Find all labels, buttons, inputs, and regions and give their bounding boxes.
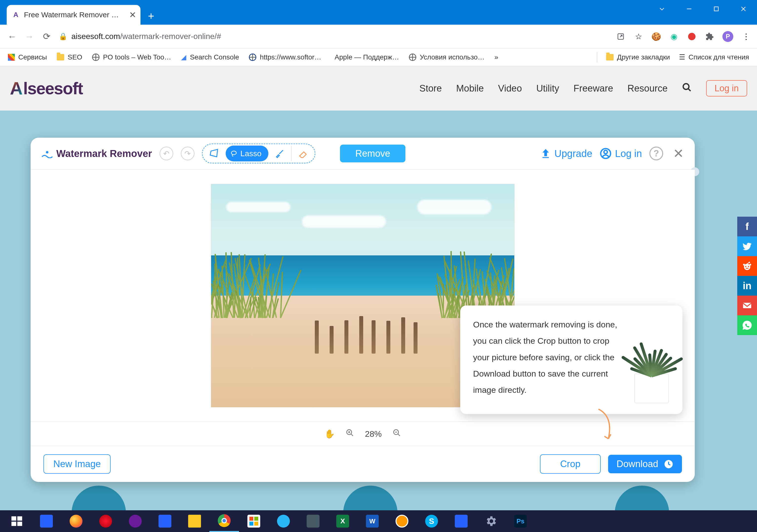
nav-resource[interactable]: Resource	[627, 83, 668, 94]
browser-tab[interactable]: A Free Watermark Remover Online ✕	[7, 5, 140, 25]
svg-point-24	[749, 264, 751, 266]
back-button[interactable]: ←	[6, 30, 18, 43]
nav-freeware[interactable]: Freeware	[574, 83, 613, 94]
folder-icon	[57, 54, 64, 61]
upgrade-link[interactable]: Upgrade	[540, 148, 592, 159]
cookie-extension-icon[interactable]: 🍪	[651, 32, 661, 42]
firefox-icon[interactable]	[61, 510, 91, 532]
brand-logo[interactable]: Alseesoft	[10, 78, 83, 98]
eraser-tool[interactable]	[293, 146, 313, 161]
svg-point-5	[683, 84, 689, 89]
facebook-share-icon[interactable]: f	[737, 217, 757, 237]
star-icon[interactable]: ☆	[634, 32, 644, 42]
app2-icon[interactable]	[298, 510, 328, 532]
search-icon[interactable]	[682, 82, 692, 95]
clock-icon	[664, 459, 674, 469]
opera-icon[interactable]	[91, 510, 120, 532]
share-icon[interactable]	[616, 32, 626, 42]
bookmark-more[interactable]: »	[495, 53, 499, 61]
tab-title: Free Watermark Remover Online	[24, 11, 123, 19]
window-dropdown-icon[interactable]	[649, 0, 676, 18]
folder-icon	[606, 54, 614, 61]
record-extension-icon[interactable]	[687, 32, 697, 42]
taskview-icon[interactable]	[32, 510, 61, 532]
profile-avatar[interactable]: P	[722, 31, 733, 42]
panel-login-link[interactable]: Log in	[600, 148, 642, 159]
site-nav: Store Mobile Video Utility Freeware Reso…	[419, 80, 747, 97]
word-icon[interactable]: W	[357, 510, 387, 532]
svg-point-22	[745, 266, 746, 267]
tab-close-icon[interactable]: ✕	[129, 10, 136, 20]
nav-store[interactable]: Store	[419, 83, 442, 94]
zoom-out-icon[interactable]	[393, 429, 401, 439]
window-maximize-icon[interactable]	[703, 0, 730, 18]
nav-video[interactable]: Video	[498, 83, 522, 94]
redo-button[interactable]: ↷	[181, 147, 195, 160]
app4-icon[interactable]	[446, 510, 476, 532]
bookmark-services[interactable]: Сервисы	[8, 53, 47, 61]
extensions-icon[interactable]	[705, 32, 714, 42]
twitter-share-icon[interactable]	[737, 237, 757, 256]
reddit-share-icon[interactable]	[737, 256, 757, 276]
svg-rect-10	[542, 157, 549, 158]
app-icon[interactable]	[120, 510, 150, 532]
bookmark-apple[interactable]: Apple — Поддерж…	[331, 53, 399, 61]
address-bar[interactable]: 🔒 aiseesoft.com/watermark-remover-online…	[58, 32, 611, 41]
new-tab-button[interactable]: +	[148, 10, 154, 22]
grammarly-extension-icon[interactable]: ◉	[669, 32, 679, 42]
svg-rect-1	[714, 7, 718, 11]
nav-mobile[interactable]: Mobile	[456, 83, 484, 94]
bookmark-usage[interactable]: Условия использо…	[409, 53, 484, 61]
svg-point-25	[743, 264, 745, 266]
nav-utility[interactable]: Utility	[536, 83, 559, 94]
svg-rect-32	[17, 522, 22, 526]
lock-icon: 🔒	[59, 32, 67, 41]
bookmark-searchconsole[interactable]: ◢Search Console	[181, 53, 239, 61]
telegram-icon[interactable]	[269, 510, 298, 532]
hand-tool-icon[interactable]: ✋	[324, 429, 335, 439]
bookmark-seo[interactable]: SEO	[57, 53, 82, 61]
crop-button[interactable]: Crop	[540, 454, 601, 474]
new-image-button[interactable]: New Image	[44, 454, 110, 474]
linkedin-share-icon[interactable]: in	[737, 276, 757, 295]
chrome-icon[interactable]	[209, 510, 239, 532]
skype-icon[interactable]: S	[417, 510, 446, 532]
panel-close-icon[interactable]: ✕	[673, 146, 684, 161]
window-minimize-icon[interactable]	[676, 0, 703, 18]
lasso-tool[interactable]: Lasso	[226, 146, 268, 161]
polygon-tool[interactable]	[204, 146, 224, 161]
remove-button[interactable]: Remove	[340, 145, 406, 162]
photoshop-icon[interactable]: Ps	[506, 510, 535, 532]
separator	[597, 52, 597, 63]
help-button[interactable]: ?	[649, 147, 663, 160]
calculator-icon[interactable]	[150, 510, 180, 532]
bookmark-reading[interactable]: ☰Список для чтения	[679, 53, 749, 61]
excel-icon[interactable]: X	[328, 510, 357, 532]
panel-toolbar: Watermark Remover ↶ ↷ Lasso Remove Upgra…	[31, 138, 695, 170]
tooltip-arrow-icon	[591, 406, 621, 451]
bookmark-potools[interactable]: PO tools – Web Too…	[92, 53, 171, 61]
bookmark-other[interactable]: Другие закладки	[606, 53, 670, 61]
bookmark-softor[interactable]: https://www.softor…	[249, 53, 321, 61]
settings-icon[interactable]	[476, 510, 506, 532]
zoom-in-icon[interactable]	[346, 429, 354, 439]
start-button[interactable]	[2, 510, 32, 532]
ms-store-icon[interactable]	[239, 510, 269, 532]
gmail-share-icon[interactable]	[737, 295, 757, 315]
svg-point-7	[46, 151, 48, 154]
svg-line-14	[351, 434, 353, 436]
brush-tool[interactable]	[270, 146, 289, 161]
window-close-icon[interactable]	[730, 0, 757, 18]
whatsapp-share-icon[interactable]	[737, 315, 757, 335]
wave-icon	[42, 149, 53, 158]
app3-icon[interactable]	[387, 510, 417, 532]
bookmarks-bar: Сервисы SEO PO tools – Web Too… ◢Search …	[0, 48, 757, 66]
file-explorer-icon[interactable]	[180, 510, 209, 532]
svg-rect-31	[11, 522, 16, 526]
forward-button[interactable]: →	[23, 30, 36, 43]
undo-button[interactable]: ↶	[160, 147, 173, 160]
reload-button[interactable]: ⟳	[41, 30, 53, 43]
browser-menu-icon[interactable]: ⋮	[741, 32, 751, 42]
download-button[interactable]: Download	[608, 455, 682, 473]
site-login-button[interactable]: Log in	[706, 80, 747, 97]
